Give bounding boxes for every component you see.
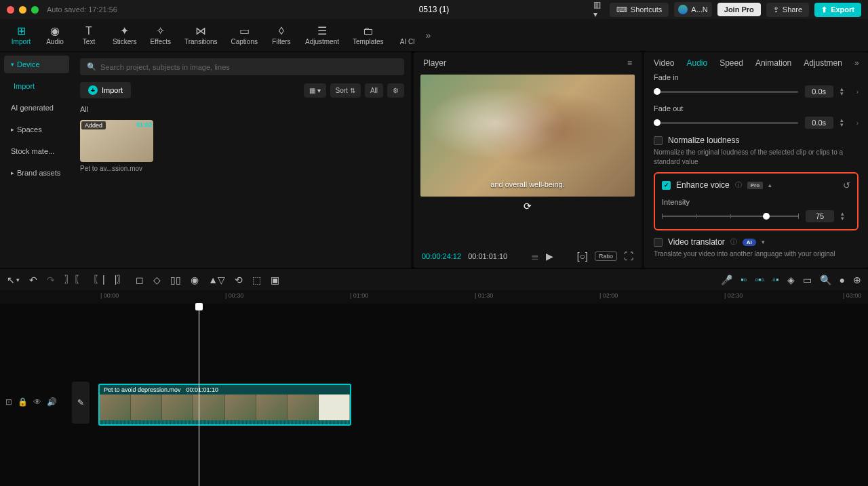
prop-tab-adjustment[interactable]: Adjustmen	[804, 58, 842, 68]
player-menu-icon[interactable]: ≡	[627, 58, 632, 68]
tabs-overflow-icon[interactable]: »	[426, 30, 431, 41]
tab-import[interactable]: ⊞Import	[4, 22, 38, 48]
playhead[interactable]	[199, 304, 199, 486]
crop-tool[interactable]: ◻	[136, 275, 144, 285]
tab-captions[interactable]: ▭Captions	[224, 22, 264, 48]
prop-tabs-overflow-icon[interactable]: »	[854, 58, 859, 68]
filter-button[interactable]: ⚙	[387, 83, 404, 98]
mic-icon[interactable]: 🎤	[721, 275, 732, 285]
enhance-voice-checkbox[interactable]	[662, 181, 671, 190]
sidebar-item-spaces[interactable]: ▸Spaces	[4, 121, 69, 138]
frame-tool[interactable]: ▣	[271, 275, 279, 285]
tab-stickers[interactable]: ✦Stickers	[106, 22, 144, 48]
rotate-tool[interactable]: ⟲	[235, 275, 243, 285]
timeline-clip[interactable]: Pet to avoid depression.mov 00:01:01:10	[98, 384, 351, 426]
player-preview[interactable]: and overall well-being.	[420, 75, 635, 197]
export-button[interactable]: ⬆Export	[814, 3, 861, 17]
chevron-right-icon[interactable]: ›	[856, 88, 859, 96]
search-input[interactable]: 🔍Search project, subjects in image, line…	[80, 58, 404, 75]
fade-in-slider[interactable]	[654, 91, 798, 93]
tab-effects[interactable]: ✧Effects	[144, 22, 178, 48]
user-button[interactable]: A...N	[674, 2, 711, 17]
maximize-window-icon[interactable]	[31, 6, 39, 14]
split-left-tool[interactable]: 〖|	[93, 274, 105, 286]
snap-tool-1[interactable]: ▪▫	[741, 275, 747, 285]
track-mute-icon[interactable]: 🔊	[47, 397, 57, 407]
split-right-tool[interactable]: |〗	[115, 274, 127, 286]
intensity-stepper[interactable]: ▴▾	[841, 211, 850, 221]
prop-tab-animation[interactable]: Animation	[755, 58, 791, 68]
info-icon[interactable]: ⓘ	[735, 180, 742, 190]
normalize-checkbox[interactable]	[654, 136, 663, 145]
record-tool[interactable]: ◉	[191, 275, 199, 285]
tab-audio[interactable]: ◉Audio	[38, 22, 72, 48]
reset-icon[interactable]: ↺	[843, 180, 850, 190]
zoom-tool[interactable]: 🔍	[820, 275, 831, 285]
list-icon[interactable]: ≣	[531, 251, 539, 262]
tab-transitions[interactable]: ⋈Transitions	[178, 22, 224, 48]
sidebar-item-aigen[interactable]: AI generated	[4, 99, 69, 117]
chevron-up-icon[interactable]: ▴	[768, 182, 772, 188]
import-media-button[interactable]: +Import	[80, 82, 131, 98]
mirror-tool[interactable]: ▲▽	[208, 275, 225, 285]
filter-all-button[interactable]: All	[365, 83, 383, 98]
intensity-slider[interactable]	[662, 216, 799, 217]
chevron-down-icon[interactable]: ▾	[762, 239, 765, 245]
fullscreen-icon[interactable]: ⛶	[624, 251, 633, 262]
fade-out-stepper[interactable]: ▴▾	[840, 118, 850, 127]
tab-text[interactable]: TText	[72, 22, 106, 48]
marker-tool[interactable]: ◇	[153, 275, 161, 285]
intensity-value[interactable]: 75	[806, 210, 834, 222]
fade-out-slider[interactable]	[654, 122, 798, 124]
undo-button[interactable]: ↶	[29, 275, 37, 285]
join-pro-button[interactable]: Join Pro	[717, 3, 761, 16]
chevron-right-icon[interactable]: ›	[856, 119, 859, 127]
fade-out-value[interactable]: 0.0s	[805, 117, 833, 129]
resize-tool[interactable]: ⬚	[252, 275, 261, 285]
templates-icon: 🗀	[363, 25, 374, 37]
track-visibility-icon[interactable]: 👁	[33, 397, 41, 407]
sync-icon[interactable]: ⟳	[524, 201, 532, 211]
minimize-window-icon[interactable]	[19, 6, 26, 14]
track-edit-button[interactable]: ✎	[72, 382, 90, 424]
translator-checkbox[interactable]	[654, 238, 663, 247]
play-button[interactable]: ▶	[546, 251, 553, 262]
zoom-in-icon[interactable]: ⊕	[853, 275, 861, 285]
snap-tool-2[interactable]: ▫▪▫	[755, 275, 764, 285]
fade-in-stepper[interactable]: ▴▾	[840, 87, 850, 96]
info-icon[interactable]: ⓘ	[730, 237, 737, 247]
sidebar-item-device[interactable]: ▾Device	[4, 56, 69, 73]
track-link-icon[interactable]: ⊡	[5, 397, 12, 407]
close-window-icon[interactable]	[7, 6, 14, 14]
ratio-button[interactable]: Ratio	[595, 251, 617, 261]
media-clip[interactable]: Added 01:02 Pet to av...ssion.mov	[80, 120, 153, 172]
sort-button[interactable]: Sort ⇅	[330, 83, 361, 98]
tab-adjustment[interactable]: ☰Adjustment	[298, 22, 346, 48]
tab-ai[interactable]: AI Cl	[391, 22, 425, 48]
timeline[interactable]: ⊡ 🔒 👁 🔊 ✎ Pet to avoid depression.mov 00…	[0, 304, 868, 486]
sidebar-item-import[interactable]: Import	[4, 77, 69, 95]
prop-tab-video[interactable]: Video	[654, 58, 674, 68]
align-tool[interactable]: ◈	[787, 275, 795, 285]
focus-icon[interactable]: [○]	[577, 251, 588, 262]
copy-tool[interactable]: ▯▯	[170, 275, 181, 285]
fade-in-value[interactable]: 0.0s	[805, 85, 833, 98]
sidebar-item-stock[interactable]: Stock mate...	[4, 142, 69, 160]
track-lock-icon[interactable]: 🔒	[18, 397, 28, 407]
view-mode-button[interactable]: ▦ ▾	[304, 83, 326, 98]
timeline-ruler[interactable]: | 00:00 | 00:30 | 01:00 | 01:30 | 02:00 …	[0, 290, 868, 304]
tab-templates[interactable]: 🗀Templates	[346, 22, 391, 48]
tab-filters[interactable]: ◊Filters	[264, 22, 298, 48]
share-button[interactable]: ⇪Share	[766, 3, 809, 17]
layout-icon[interactable]: ▥ ▾	[593, 4, 604, 15]
prop-tab-speed[interactable]: Speed	[719, 58, 743, 68]
pointer-tool[interactable]: ↖ ▾	[7, 275, 20, 285]
split-tool[interactable]: 〗〖	[64, 274, 83, 286]
snap-tool-3[interactable]: ▫▪	[772, 275, 778, 285]
magnet-icon[interactable]: ●	[840, 275, 845, 285]
shortcuts-button[interactable]: ⌨Shortcuts	[610, 3, 669, 17]
prop-tab-audio[interactable]: Audio	[686, 58, 707, 68]
sidebar-item-brand[interactable]: ▸Brand assets	[4, 164, 69, 182]
redo-button[interactable]: ↷	[47, 275, 55, 285]
preview-tool[interactable]: ▭	[803, 275, 812, 285]
